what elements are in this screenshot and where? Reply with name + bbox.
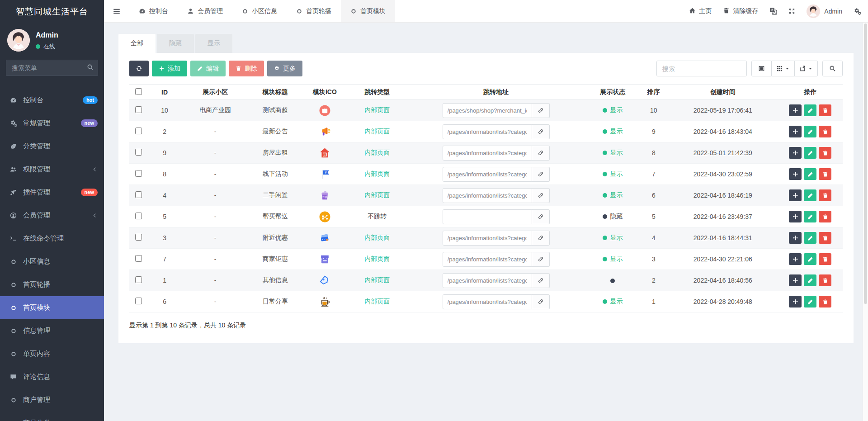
- column-header-跳转类型[interactable]: 跳转类型: [348, 85, 406, 100]
- row-move-button[interactable]: [789, 211, 802, 222]
- row-edit-button[interactable]: [804, 147, 816, 159]
- scrollbar[interactable]: [863, 23, 868, 421]
- sidebar-item-会员管理[interactable]: 会员管理: [0, 204, 104, 227]
- topbar-tab-会员管理[interactable]: 会员管理: [178, 0, 232, 22]
- topbar-tab-首页轮播[interactable]: 首页轮播: [287, 0, 341, 22]
- row-delete-button[interactable]: [819, 253, 831, 265]
- cell-status[interactable]: 显示: [586, 121, 639, 142]
- cell-status[interactable]: [586, 270, 639, 291]
- clear-cache-link[interactable]: 清除缓存: [723, 7, 758, 15]
- link-button[interactable]: [532, 231, 550, 246]
- row-move-button[interactable]: [789, 126, 802, 137]
- sidebar-item-信息管理[interactable]: 信息管理: [0, 319, 104, 342]
- cell-status[interactable]: 显示: [586, 100, 639, 121]
- fullscreen-icon[interactable]: [788, 8, 795, 14]
- link-button[interactable]: [532, 188, 550, 203]
- column-header-模块ICO[interactable]: 模块ICO: [301, 85, 348, 100]
- row-edit-button[interactable]: [804, 104, 816, 116]
- home-link[interactable]: 主页: [689, 7, 712, 15]
- delete-button[interactable]: 删除: [229, 61, 264, 76]
- row-edit-button[interactable]: [804, 126, 816, 137]
- export-button[interactable]: [795, 61, 818, 76]
- columns-button[interactable]: [772, 61, 795, 76]
- cell-status[interactable]: 显示: [586, 164, 639, 185]
- sidebar-item-分类管理[interactable]: 分类管理: [0, 135, 104, 158]
- row-delete-button[interactable]: [819, 104, 831, 116]
- sidebar-item-评论信息[interactable]: 评论信息: [0, 365, 104, 388]
- link-button[interactable]: [532, 167, 550, 182]
- row-move-button[interactable]: [789, 168, 802, 180]
- scrollbar-thumb[interactable]: [864, 24, 867, 304]
- refresh-button[interactable]: [129, 61, 149, 76]
- column-header-ID[interactable]: ID: [148, 85, 181, 100]
- jump-url-input[interactable]: [443, 124, 532, 139]
- sidebar-item-首页轮播[interactable]: 首页轮播: [0, 273, 104, 296]
- topbar-tab-首页模块[interactable]: 首页模块: [341, 0, 395, 22]
- jump-url-input[interactable]: [443, 231, 532, 246]
- column-header-操作[interactable]: 操作: [778, 85, 843, 100]
- row-delete-button[interactable]: [819, 211, 831, 222]
- row-edit-button[interactable]: [804, 168, 816, 180]
- column-header-跳转地址[interactable]: 跳转地址: [406, 85, 586, 100]
- cell-status[interactable]: 显示: [586, 142, 639, 164]
- cell-status[interactable]: 显示: [586, 249, 639, 270]
- row-move-button[interactable]: [789, 189, 802, 201]
- sidebar-item-单页内容[interactable]: 单页内容: [0, 342, 104, 365]
- row-checkbox[interactable]: [135, 128, 142, 134]
- row-move-button[interactable]: [789, 253, 802, 265]
- sidebar-item-商户管理[interactable]: 商户管理: [0, 388, 104, 412]
- row-checkbox[interactable]: [135, 255, 142, 262]
- link-button[interactable]: [532, 294, 550, 309]
- row-edit-button[interactable]: [804, 296, 816, 307]
- jump-url-input[interactable]: [443, 188, 532, 203]
- column-header-排序[interactable]: 排序: [639, 85, 668, 100]
- link-button[interactable]: [532, 273, 550, 288]
- row-move-button[interactable]: [789, 232, 802, 244]
- topbar-tab-小区信息[interactable]: 小区信息: [232, 0, 287, 22]
- sidebar-item-商品分类[interactable]: 商品分类: [0, 412, 104, 421]
- sidebar-item-控制台[interactable]: 控制台hot: [0, 89, 104, 112]
- row-checkbox[interactable]: [135, 106, 142, 113]
- row-delete-button[interactable]: [819, 126, 831, 137]
- filter-tab-全部[interactable]: 全部: [118, 34, 156, 53]
- cell-status[interactable]: 显示: [586, 291, 639, 312]
- sidebar-item-小区信息[interactable]: 小区信息: [0, 250, 104, 273]
- sidebar-item-权限管理[interactable]: 权限管理: [0, 158, 104, 181]
- row-move-button[interactable]: [789, 147, 802, 159]
- sidebar-search-input[interactable]: [6, 60, 98, 76]
- more-button[interactable]: 更多: [267, 61, 302, 76]
- row-edit-button[interactable]: [804, 211, 816, 222]
- row-edit-button[interactable]: [804, 274, 816, 286]
- column-header-模块标题[interactable]: 模块标题: [249, 85, 301, 100]
- row-checkbox[interactable]: [135, 276, 142, 283]
- detail-view-button[interactable]: [751, 61, 772, 76]
- table-search-input[interactable]: [656, 61, 747, 76]
- jump-url-input[interactable]: [443, 294, 532, 309]
- column-header-展示小区[interactable]: 展示小区: [181, 85, 249, 100]
- link-button[interactable]: [532, 209, 550, 224]
- cell-status[interactable]: 隐藏: [586, 206, 639, 227]
- hamburger-icon[interactable]: [104, 0, 129, 22]
- sidebar-item-在线命令管理[interactable]: 在线命令管理: [0, 227, 104, 250]
- jump-url-input[interactable]: [443, 146, 532, 161]
- sidebar-item-首页模块[interactable]: 首页模块: [0, 296, 104, 319]
- link-button[interactable]: [532, 146, 550, 161]
- row-checkbox[interactable]: [135, 170, 142, 177]
- row-move-button[interactable]: [789, 104, 802, 116]
- filter-tab-隐藏[interactable]: 隐藏: [157, 34, 194, 53]
- cell-status[interactable]: 显示: [586, 227, 639, 249]
- settings-gears-icon[interactable]: [854, 8, 861, 15]
- jump-url-input[interactable]: [443, 273, 532, 288]
- row-move-button[interactable]: [789, 296, 802, 307]
- link-button[interactable]: [532, 124, 550, 139]
- column-header-创建时间[interactable]: 创建时间: [668, 85, 778, 100]
- row-delete-button[interactable]: [819, 147, 831, 159]
- jump-url-input[interactable]: [443, 167, 532, 182]
- edit-button[interactable]: 编辑: [190, 61, 226, 76]
- row-delete-button[interactable]: [819, 232, 831, 244]
- jump-url-input[interactable]: [443, 103, 532, 118]
- row-checkbox[interactable]: [135, 149, 142, 156]
- row-delete-button[interactable]: [819, 296, 831, 307]
- search-toggle-button[interactable]: [822, 61, 843, 76]
- row-edit-button[interactable]: [804, 189, 816, 201]
